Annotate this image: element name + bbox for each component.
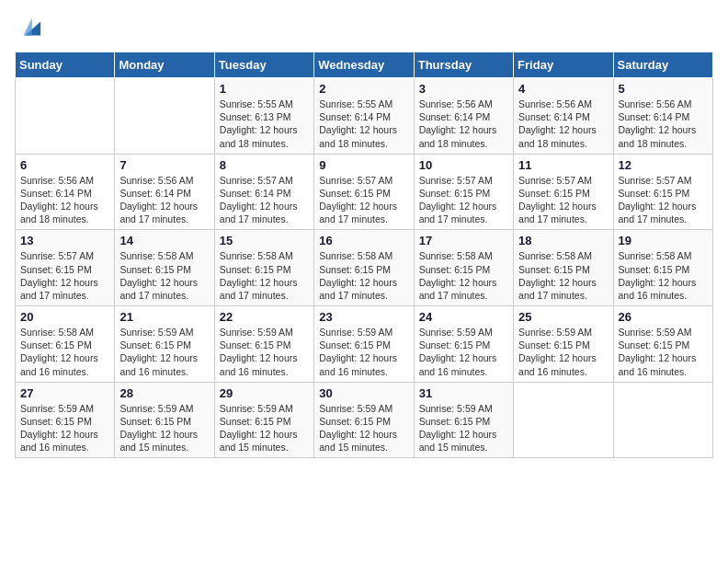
calendar-cell: 1Sunrise: 5:55 AM Sunset: 6:13 PM Daylig… bbox=[214, 78, 313, 155]
calendar-header-row: SundayMondayTuesdayWednesdayThursdayFrid… bbox=[16, 52, 713, 78]
day-info: Sunrise: 5:58 AM Sunset: 6:15 PM Dayligh… bbox=[419, 249, 508, 302]
day-number: 23 bbox=[319, 310, 408, 324]
day-number: 12 bbox=[619, 158, 708, 172]
day-info: Sunrise: 5:58 AM Sunset: 6:15 PM Dayligh… bbox=[119, 249, 209, 302]
day-info: Sunrise: 5:59 AM Sunset: 6:15 PM Dayligh… bbox=[319, 326, 408, 378]
day-header-monday: Monday bbox=[115, 52, 214, 78]
day-info: Sunrise: 5:57 AM Sunset: 6:15 PM Dayligh… bbox=[20, 249, 109, 302]
calendar-cell bbox=[115, 78, 214, 155]
day-info: Sunrise: 5:59 AM Sunset: 6:15 PM Dayligh… bbox=[518, 326, 608, 378]
day-number: 16 bbox=[319, 234, 408, 247]
day-info: Sunrise: 5:56 AM Sunset: 6:14 PM Dayligh… bbox=[20, 174, 109, 226]
logo bbox=[15, 15, 42, 40]
day-number: 11 bbox=[518, 158, 608, 172]
day-number: 20 bbox=[20, 310, 109, 324]
day-info: Sunrise: 5:59 AM Sunset: 6:15 PM Dayligh… bbox=[319, 402, 408, 454]
svg-marker-1 bbox=[23, 18, 31, 36]
day-info: Sunrise: 5:57 AM Sunset: 6:15 PM Dayligh… bbox=[419, 174, 508, 226]
calendar-cell: 25Sunrise: 5:59 AM Sunset: 6:15 PM Dayli… bbox=[514, 306, 613, 383]
day-number: 24 bbox=[419, 310, 508, 324]
day-number: 10 bbox=[419, 158, 508, 172]
day-info: Sunrise: 5:57 AM Sunset: 6:15 PM Dayligh… bbox=[319, 174, 408, 226]
calendar-cell: 8Sunrise: 5:57 AM Sunset: 6:14 PM Daylig… bbox=[214, 154, 313, 230]
day-number: 1 bbox=[220, 82, 309, 96]
day-number: 3 bbox=[419, 82, 508, 96]
day-info: Sunrise: 5:56 AM Sunset: 6:14 PM Dayligh… bbox=[619, 98, 708, 150]
calendar-cell: 5Sunrise: 5:56 AM Sunset: 6:14 PM Daylig… bbox=[613, 78, 712, 155]
day-info: Sunrise: 5:56 AM Sunset: 6:14 PM Dayligh… bbox=[119, 174, 209, 226]
week-row-3: 20Sunrise: 5:58 AM Sunset: 6:15 PM Dayli… bbox=[16, 306, 713, 383]
day-info: Sunrise: 5:56 AM Sunset: 6:14 PM Dayligh… bbox=[518, 98, 608, 150]
calendar-cell: 9Sunrise: 5:57 AM Sunset: 6:15 PM Daylig… bbox=[314, 154, 414, 230]
day-number: 13 bbox=[20, 234, 109, 247]
day-info: Sunrise: 5:57 AM Sunset: 6:14 PM Dayligh… bbox=[220, 174, 309, 226]
calendar-cell: 27Sunrise: 5:59 AM Sunset: 6:15 PM Dayli… bbox=[16, 382, 115, 458]
day-number: 6 bbox=[20, 158, 109, 172]
day-info: Sunrise: 5:57 AM Sunset: 6:15 PM Dayligh… bbox=[518, 174, 608, 226]
calendar-cell: 4Sunrise: 5:56 AM Sunset: 6:14 PM Daylig… bbox=[514, 78, 613, 155]
calendar-cell: 29Sunrise: 5:59 AM Sunset: 6:15 PM Dayli… bbox=[214, 382, 313, 458]
calendar-cell: 15Sunrise: 5:58 AM Sunset: 6:15 PM Dayli… bbox=[214, 230, 313, 306]
week-row-1: 6Sunrise: 5:56 AM Sunset: 6:14 PM Daylig… bbox=[16, 154, 713, 230]
calendar-cell: 10Sunrise: 5:57 AM Sunset: 6:15 PM Dayli… bbox=[414, 154, 513, 230]
day-number: 4 bbox=[518, 82, 608, 96]
day-number: 31 bbox=[419, 386, 508, 400]
day-number: 14 bbox=[119, 234, 209, 247]
day-info: Sunrise: 5:56 AM Sunset: 6:14 PM Dayligh… bbox=[419, 98, 508, 150]
day-info: Sunrise: 5:58 AM Sunset: 6:15 PM Dayligh… bbox=[319, 249, 408, 302]
calendar-cell bbox=[16, 78, 115, 155]
day-info: Sunrise: 5:59 AM Sunset: 6:15 PM Dayligh… bbox=[119, 326, 209, 378]
day-number: 26 bbox=[619, 310, 708, 324]
day-info: Sunrise: 5:58 AM Sunset: 6:15 PM Dayligh… bbox=[220, 249, 309, 302]
day-info: Sunrise: 5:59 AM Sunset: 6:15 PM Dayligh… bbox=[419, 402, 508, 454]
calendar-cell: 14Sunrise: 5:58 AM Sunset: 6:15 PM Dayli… bbox=[115, 230, 214, 306]
week-row-0: 1Sunrise: 5:55 AM Sunset: 6:13 PM Daylig… bbox=[16, 78, 713, 155]
calendar-cell bbox=[514, 382, 613, 458]
day-number: 25 bbox=[518, 310, 608, 324]
calendar-cell: 21Sunrise: 5:59 AM Sunset: 6:15 PM Dayli… bbox=[115, 306, 214, 383]
calendar-cell: 31Sunrise: 5:59 AM Sunset: 6:15 PM Dayli… bbox=[414, 382, 513, 458]
week-row-2: 13Sunrise: 5:57 AM Sunset: 6:15 PM Dayli… bbox=[16, 230, 713, 306]
day-info: Sunrise: 5:59 AM Sunset: 6:15 PM Dayligh… bbox=[619, 326, 708, 378]
calendar-cell: 2Sunrise: 5:55 AM Sunset: 6:14 PM Daylig… bbox=[314, 78, 414, 155]
day-info: Sunrise: 5:59 AM Sunset: 6:15 PM Dayligh… bbox=[220, 326, 309, 378]
calendar-cell: 11Sunrise: 5:57 AM Sunset: 6:15 PM Dayli… bbox=[514, 154, 613, 230]
day-info: Sunrise: 5:58 AM Sunset: 6:15 PM Dayligh… bbox=[20, 326, 109, 378]
calendar-cell bbox=[613, 382, 712, 458]
calendar-cell: 13Sunrise: 5:57 AM Sunset: 6:15 PM Dayli… bbox=[16, 230, 115, 306]
calendar-cell: 17Sunrise: 5:58 AM Sunset: 6:15 PM Dayli… bbox=[414, 230, 513, 306]
calendar-cell: 24Sunrise: 5:59 AM Sunset: 6:15 PM Dayli… bbox=[414, 306, 513, 383]
calendar-body: 1Sunrise: 5:55 AM Sunset: 6:13 PM Daylig… bbox=[16, 78, 713, 458]
calendar-cell: 3Sunrise: 5:56 AM Sunset: 6:14 PM Daylig… bbox=[414, 78, 513, 155]
calendar-cell: 22Sunrise: 5:59 AM Sunset: 6:15 PM Dayli… bbox=[214, 306, 313, 383]
calendar-cell: 26Sunrise: 5:59 AM Sunset: 6:15 PM Dayli… bbox=[613, 306, 712, 383]
day-number: 19 bbox=[619, 234, 708, 247]
day-number: 27 bbox=[20, 386, 109, 400]
day-header-tuesday: Tuesday bbox=[214, 52, 313, 78]
day-number: 17 bbox=[419, 234, 508, 247]
day-header-saturday: Saturday bbox=[613, 52, 712, 78]
day-number: 5 bbox=[619, 82, 708, 96]
day-info: Sunrise: 5:59 AM Sunset: 6:15 PM Dayligh… bbox=[419, 326, 508, 378]
calendar-cell: 7Sunrise: 5:56 AM Sunset: 6:14 PM Daylig… bbox=[115, 154, 214, 230]
logo-icon bbox=[17, 15, 42, 40]
day-info: Sunrise: 5:59 AM Sunset: 6:15 PM Dayligh… bbox=[220, 402, 309, 454]
day-info: Sunrise: 5:57 AM Sunset: 6:15 PM Dayligh… bbox=[619, 174, 708, 226]
calendar-cell: 23Sunrise: 5:59 AM Sunset: 6:15 PM Dayli… bbox=[314, 306, 414, 383]
calendar-cell: 19Sunrise: 5:58 AM Sunset: 6:15 PM Dayli… bbox=[613, 230, 712, 306]
day-info: Sunrise: 5:59 AM Sunset: 6:15 PM Dayligh… bbox=[20, 402, 109, 454]
day-header-thursday: Thursday bbox=[414, 52, 513, 78]
day-number: 2 bbox=[319, 82, 408, 96]
day-number: 21 bbox=[119, 310, 209, 324]
day-number: 18 bbox=[518, 234, 608, 247]
day-number: 7 bbox=[119, 158, 209, 172]
day-header-wednesday: Wednesday bbox=[314, 52, 414, 78]
day-info: Sunrise: 5:55 AM Sunset: 6:14 PM Dayligh… bbox=[319, 98, 408, 150]
calendar-cell: 18Sunrise: 5:58 AM Sunset: 6:15 PM Dayli… bbox=[514, 230, 613, 306]
day-number: 28 bbox=[119, 386, 209, 400]
calendar-table: SundayMondayTuesdayWednesdayThursdayFrid… bbox=[15, 52, 713, 458]
calendar-cell: 12Sunrise: 5:57 AM Sunset: 6:15 PM Dayli… bbox=[613, 154, 712, 230]
calendar-cell: 16Sunrise: 5:58 AM Sunset: 6:15 PM Dayli… bbox=[314, 230, 414, 306]
calendar-cell: 6Sunrise: 5:56 AM Sunset: 6:14 PM Daylig… bbox=[16, 154, 115, 230]
day-number: 22 bbox=[220, 310, 309, 324]
